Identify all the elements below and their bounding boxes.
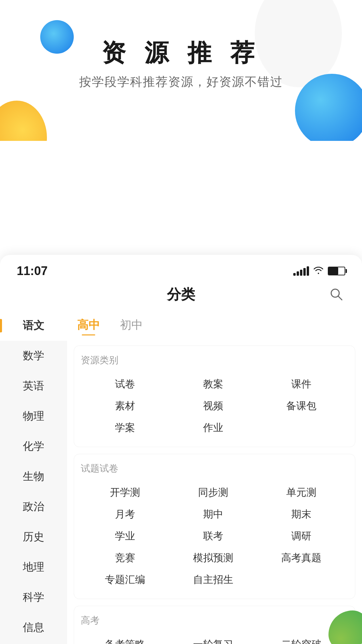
level-tabs: 高中 初中 [67,311,362,339]
top-subtitle: 按学段学科推荐资源，好资源不错过 [0,74,362,90]
nav-header: 分类 [0,282,362,311]
tag-beikebao[interactable]: 备课包 [257,395,346,417]
section-resource-type: 资源类别 试卷 教案 课件 素材 视频 备课包 学案 作业 [74,345,355,447]
tag-zuoye[interactable]: 作业 [169,417,257,439]
tag-diaoyan[interactable]: 调研 [257,525,346,547]
search-icon [329,287,344,302]
tag-beikaocelue[interactable]: 备考策略 [81,634,169,644]
tag-gaokao-zhenti[interactable]: 高考真题 [257,547,346,569]
top-section: 资 源 推 荐 按学段学科推荐资源，好资源不错过 [0,0,362,141]
sidebar-item-lishi[interactable]: 历史 [0,522,67,552]
sidebar-item-xinxi[interactable]: 信息 [0,612,67,643]
sidebar-item-zhengzhi[interactable]: 政治 [0,492,67,522]
battery-icon [328,267,345,275]
leaf-shape [328,610,362,644]
signal-bars-icon [293,266,309,276]
section-gaokao-title: 高考 [81,614,348,627]
tag-moniyuce[interactable]: 模拟预测 [169,547,257,569]
status-time: 11:07 [17,264,48,278]
tag-zhuantihb[interactable]: 专题汇编 [81,569,169,591]
sidebar-item-wuli[interactable]: 物理 [0,401,67,431]
sidebar-item-yuwen[interactable]: 语文 [0,311,67,341]
tag-shipin[interactable]: 视频 [169,395,257,417]
tab-gaozhong[interactable]: 高中 [77,317,100,335]
tag-zizhuzhao[interactable]: 自主招生 [169,569,257,591]
tag-kaixuece[interactable]: 开学测 [81,482,169,503]
gaokao-tags: 备考策略 一轮复习 二轮突破 三轮冲刺 高考真题 [81,634,348,644]
main-content: 11:07 分类 [0,255,362,644]
exam-type-tags: 开学测 同步测 单元测 月考 期中 期末 学业 联考 调研 竞赛 模拟预测 高考… [81,482,348,591]
sidebar-item-shuxue[interactable]: 数学 [0,341,67,371]
right-panel: 高中 初中 资源类别 试卷 教案 课件 素材 视频 备课包 学案 作业 [67,311,362,644]
deco-leaf [328,610,362,644]
tag-qimo[interactable]: 期末 [257,503,346,525]
page-title: 分类 [167,285,195,304]
section-gaokao: 高考 备考策略 一轮复习 二轮突破 三轮冲刺 高考真题 [74,606,355,644]
deco-circle-yellow [0,101,47,141]
tag-sucai[interactable]: 素材 [81,395,169,417]
sidebar-item-yingyu[interactable]: 英语 [0,371,67,401]
tag-xueye[interactable]: 学业 [81,525,169,547]
status-icons [293,266,345,276]
svg-line-1 [338,296,342,300]
wifi-icon [313,266,324,276]
subject-sidebar: 语文 数学 英语 物理 化学 生物 政治 历史 [0,311,67,644]
tag-jingsai[interactable]: 竞赛 [81,547,169,569]
sidebar-item-kexue[interactable]: 科学 [0,582,67,612]
tag-jiaoan[interactable]: 教案 [169,373,257,395]
content-area: 语文 数学 英语 物理 化学 生物 政治 历史 [0,311,362,644]
resource-type-tags: 试卷 教案 课件 素材 视频 备课包 学案 作业 [81,373,348,439]
sidebar-item-dili[interactable]: 地理 [0,552,67,582]
tag-yuekao[interactable]: 月考 [81,503,169,525]
section-exam-type-title: 试题试卷 [81,462,348,475]
top-title: 资 源 推 荐 [0,37,362,69]
tag-kejian[interactable]: 课件 [257,373,346,395]
tag-xuean[interactable]: 学案 [81,417,169,439]
section-resource-type-title: 资源类别 [81,354,348,367]
tag-qizhong[interactable]: 期中 [169,503,257,525]
tag-yilunfuxi[interactable]: 一轮复习 [169,634,257,644]
tag-danyuance[interactable]: 单元测 [257,482,346,503]
sidebar-item-zonghe[interactable]: 综合 [0,643,67,644]
tag-tongbuce[interactable]: 同步测 [169,482,257,503]
status-bar: 11:07 [0,255,362,282]
tab-chuzhong[interactable]: 初中 [120,317,143,335]
tag-liankao[interactable]: 联考 [169,525,257,547]
sidebar-item-shengwu[interactable]: 生物 [0,462,67,492]
battery-fill [328,267,338,275]
search-button[interactable] [328,286,345,303]
sidebar-item-huaxue[interactable]: 化学 [0,431,67,462]
section-exam-type: 试题试卷 开学测 同步测 单元测 月考 期中 期末 学业 联考 调研 竞赛 模拟… [74,454,355,599]
tag-shijuan[interactable]: 试卷 [81,373,169,395]
